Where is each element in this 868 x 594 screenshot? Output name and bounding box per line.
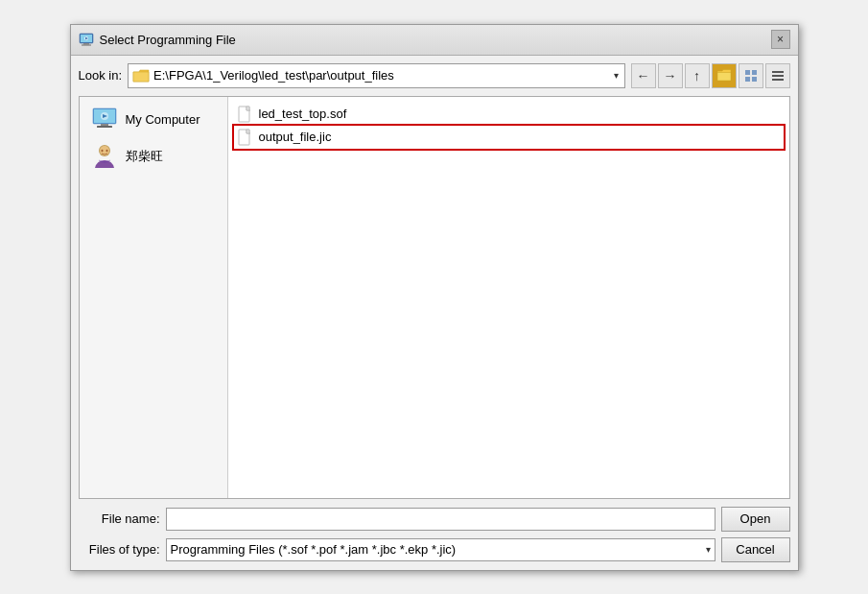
dialog-title: Select Programming File (100, 33, 236, 47)
sidebar-item-my-computer[interactable]: My Computer (83, 103, 223, 137)
folder-icon (132, 69, 150, 83)
sidebar: My Computer (80, 97, 228, 498)
bottom-rows: File name: Open Files of type: Programmi… (79, 507, 790, 562)
open-button[interactable]: Open (721, 507, 790, 532)
file-icon-sof (238, 106, 253, 123)
svg-rect-10 (772, 71, 784, 73)
look-in-combo[interactable]: E:\FPGA\1_Verilog\led_test\par\output_fi… (128, 63, 624, 88)
list-view-icon (744, 69, 758, 83)
svg-rect-16 (97, 126, 112, 128)
up-icon: ↑ (693, 68, 700, 83)
app-icon (79, 32, 94, 47)
svg-point-22 (106, 149, 107, 151)
content-area: My Computer (79, 96, 790, 499)
filetype-dropdown-arrow: ▾ (706, 544, 711, 555)
details-view-button[interactable] (765, 63, 790, 88)
new-folder-button[interactable] (712, 63, 737, 88)
filetype-value: Programming Files (*.sof *.pof *.jam *.j… (171, 542, 457, 557)
file-name-jic: output_file.jic (259, 130, 332, 144)
svg-rect-12 (772, 79, 784, 81)
filename-row: File name: Open (79, 507, 790, 532)
new-folder-icon (716, 69, 732, 83)
file-item-sof[interactable]: led_test_top.sof (234, 103, 784, 126)
title-bar: Select Programming File × (71, 25, 798, 56)
up-button[interactable]: ↑ (685, 63, 710, 88)
my-computer-label: My Computer (126, 112, 200, 127)
list-view-button[interactable] (739, 63, 763, 88)
svg-rect-9 (752, 77, 757, 82)
close-button[interactable]: × (771, 30, 790, 49)
details-view-icon (771, 69, 785, 83)
look-in-dropdown-arrow[interactable]: ▾ (612, 70, 621, 81)
file-item-jic[interactable]: output_file.jic (234, 126, 784, 149)
svg-rect-11 (772, 75, 784, 77)
forward-icon: → (664, 68, 677, 83)
svg-rect-2 (83, 43, 89, 45)
title-bar-left: Select Programming File (79, 32, 236, 47)
sidebar-item-user[interactable]: 郑柴旺 (83, 139, 223, 174)
filename-label: File name: (79, 511, 160, 526)
toolbar-buttons: ← → ↑ (631, 63, 790, 88)
file-icon-jic (238, 129, 253, 146)
computer-icon (89, 107, 120, 133)
forward-button[interactable]: → (658, 63, 683, 88)
back-icon: ← (637, 68, 650, 83)
filetype-label: Files of type: (79, 542, 160, 557)
user-icon (89, 143, 120, 170)
select-programming-file-dialog: Select Programming File × Look in: E:\FP… (70, 24, 799, 571)
file-pane: led_test_top.sof output_file.jic (228, 97, 789, 498)
filetype-row: Files of type: Programming Files (*.sof … (79, 537, 790, 562)
look-in-row: Look in: E:\FPGA\1_Verilog\led_test\par\… (79, 63, 790, 88)
svg-rect-3 (82, 45, 91, 46)
look-in-path: E:\FPGA\1_Verilog\led_test\par\output_fi… (153, 68, 611, 83)
cancel-button[interactable]: Cancel (721, 537, 790, 562)
filename-input[interactable] (166, 508, 716, 531)
filetype-combo[interactable]: Programming Files (*.sof *.pof *.jam *.j… (166, 538, 716, 561)
svg-rect-8 (745, 77, 750, 82)
user-label: 郑柴旺 (126, 148, 163, 165)
back-button[interactable]: ← (631, 63, 656, 88)
svg-rect-6 (745, 70, 750, 75)
dialog-body: Look in: E:\FPGA\1_Verilog\led_test\par\… (71, 56, 798, 570)
file-name-sof: led_test_top.sof (259, 107, 347, 121)
look-in-label: Look in: (79, 68, 123, 83)
svg-point-21 (101, 149, 103, 151)
svg-rect-15 (101, 124, 108, 126)
svg-rect-7 (752, 70, 757, 75)
